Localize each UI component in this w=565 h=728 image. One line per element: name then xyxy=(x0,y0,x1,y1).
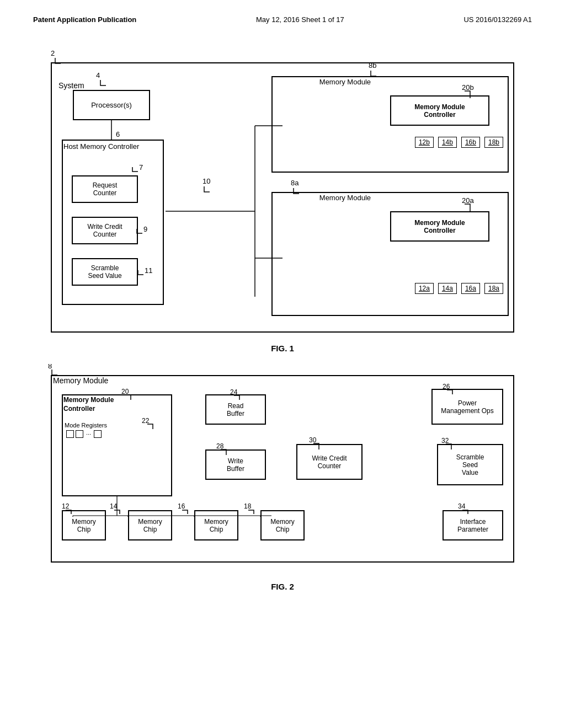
write-buffer-label: WriteBuffer xyxy=(227,457,244,473)
power-management-box: PowerManagement Ops xyxy=(431,389,503,425)
read-buffer-box: ReadBuffer xyxy=(205,394,266,425)
fig2-outer-label: Memory Module xyxy=(53,376,108,385)
write-credit-label-fig1: Write Credit Counter xyxy=(87,223,122,238)
dimm-8a-0: 12a xyxy=(415,283,434,294)
header-center: May 12, 2016 Sheet 1 of 17 xyxy=(256,15,344,24)
memory-chip-18-label: MemoryChip xyxy=(270,518,294,533)
dimm-8a-1: 14a xyxy=(438,283,457,294)
fig2-mmc-label: Memory ModuleController xyxy=(63,396,114,413)
header-right: US 2016/0132269 A1 xyxy=(463,15,532,24)
scramble-seed-label-fig2: ScrambleSeedValue xyxy=(456,453,484,477)
host-memory-controller-label: Host Memory Controller xyxy=(63,142,139,152)
fig1-diagram: 2 4 6 10 8a 8b 20b 20a xyxy=(45,46,520,338)
processor-label: Processor(s) xyxy=(91,101,132,109)
dimm-8b-2: 16b xyxy=(461,137,480,148)
dimm-8b-1: 14b xyxy=(438,137,457,148)
interface-parameter-box: Interface Parameter xyxy=(443,510,503,540)
write-credit-counter-box-fig1: Write Credit Counter xyxy=(72,217,138,244)
scramble-seed-box-fig2: ScrambleSeedValue xyxy=(437,444,503,485)
memory-chip-16: MemoryChip xyxy=(194,510,238,540)
dimm-8a-2: 16a xyxy=(461,283,480,294)
scramble-seed-box: Scramble Seed Value xyxy=(72,258,138,286)
mode-reg-squares: ··· xyxy=(66,430,102,438)
dimm-8b-3: 18b xyxy=(484,137,503,148)
mode-reg-sq-1 xyxy=(66,430,74,438)
fig2-diagram: 8 20 22 24 26 28 30 32 12 xyxy=(45,364,520,576)
content: 2 4 6 10 8a 8b 20b 20a xyxy=(0,29,565,608)
fig1-caption: FIG. 1 xyxy=(33,344,532,353)
power-management-label: PowerManagement Ops xyxy=(441,399,493,415)
read-buffer-label: ReadBuffer xyxy=(227,402,244,417)
memory-module-8a-box xyxy=(271,192,509,316)
mem-module-8a-label: Memory Module xyxy=(319,194,371,202)
memory-chip-14: MemoryChip xyxy=(128,510,172,540)
svg-text:2: 2 xyxy=(51,49,55,57)
mmc-8b-label: Memory Module Controller xyxy=(414,103,465,119)
fig2-mode-regs-label: Mode Registers xyxy=(65,422,107,429)
write-credit-counter-label-fig2: Write CreditCounter xyxy=(312,454,347,470)
memory-chip-12: MemoryChip xyxy=(62,510,106,540)
processor-box: Processor(s) xyxy=(73,90,150,120)
mmc-8a-box: Memory Module Controller xyxy=(390,211,489,242)
mem-module-8b-label: Memory Module xyxy=(319,78,371,86)
header-left: Patent Application Publication xyxy=(33,15,136,24)
write-buffer-box: WriteBuffer xyxy=(205,449,266,480)
write-credit-counter-box-fig2: Write CreditCounter xyxy=(296,444,363,480)
page-header: Patent Application Publication May 12, 2… xyxy=(0,0,565,29)
mode-reg-sq-2 xyxy=(76,430,83,438)
mmc-8a-label: Memory Module Controller xyxy=(414,219,465,234)
fig2-caption: FIG. 2 xyxy=(33,582,532,591)
memory-chip-12-label: MemoryChip xyxy=(72,518,95,533)
mmc-8b-box: Memory Module Controller xyxy=(390,95,489,126)
dimm-8b-0: 12b xyxy=(415,137,434,148)
mode-reg-dots: ··· xyxy=(86,431,91,437)
memory-chip-18: MemoryChip xyxy=(260,510,305,540)
svg-text:8: 8 xyxy=(48,364,52,370)
request-counter-box: Request Counter xyxy=(72,175,138,203)
system-label: System xyxy=(58,81,84,90)
dimm-8a-3: 18a xyxy=(484,283,503,294)
dimm-slots-8b: 12b 14b 16b 18b xyxy=(415,137,503,148)
mode-reg-sq-3 xyxy=(94,430,102,438)
memory-chip-16-label: MemoryChip xyxy=(204,518,228,533)
request-counter-label: Request Counter xyxy=(93,181,118,197)
memory-chips-container: MemoryChip MemoryChip MemoryChip MemoryC… xyxy=(62,510,305,540)
scramble-seed-label: Scramble Seed Value xyxy=(88,264,121,280)
memory-chip-14-label: MemoryChip xyxy=(138,518,162,533)
interface-parameter-label: Interface Parameter xyxy=(457,518,488,533)
dimm-slots-8a: 12a 14a 16a 18a xyxy=(415,283,503,294)
